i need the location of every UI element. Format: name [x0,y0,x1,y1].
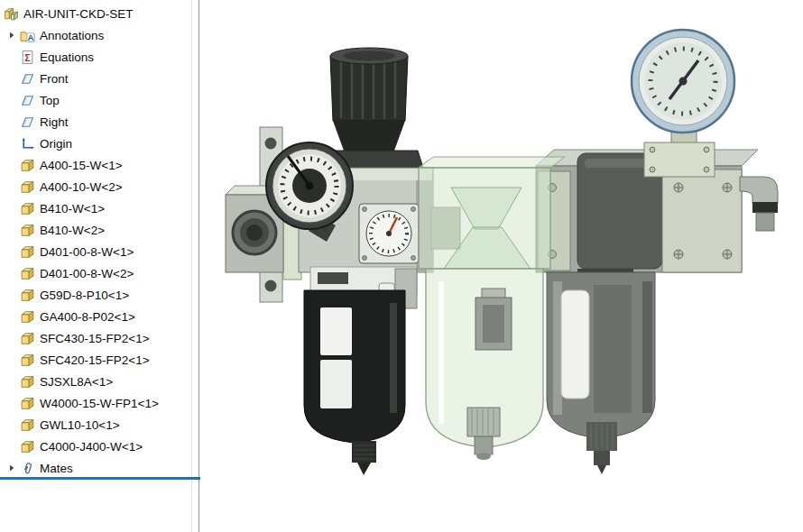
tree-item-label: C4000-J400-W<1> [40,440,143,454]
filter-bowl-gray[interactable] [547,272,655,474]
part-icon [20,244,35,260]
tree-item-label: A400-15-W<1> [40,159,123,172]
tree-item-right-plane[interactable]: Right [0,111,198,133]
part-icon [20,374,35,390]
feature-tree-panel: AIR-UNIT-CKD-SET Annotations Equations F… [0,0,199,532]
tree-item-label: GA400-8-P02<1> [40,310,135,324]
tree-item-label: Mates [40,462,73,475]
tree-item-sfc430-15-fp2[interactable]: SFC430-15-FP2<1> [0,327,198,349]
tree-item-label: Right [40,115,69,129]
filter-bowl-black[interactable] [304,290,405,475]
elbow-fitting[interactable] [740,177,778,231]
part-icon [20,179,35,195]
tree-item-label: SFC420-15-FP2<1> [40,353,150,367]
tree-item-top-plane[interactable]: Top [0,89,198,111]
tree-item-c4000-j400-w[interactable]: C4000-J400-W<1> [0,436,198,457]
tree-item-gwl10-10[interactable]: GWL10-10<1> [0,414,198,436]
tree-item-ga400-8-p02[interactable]: GA400-8-P02<1> [0,306,198,327]
model-lubricator-unit[interactable] [419,157,565,460]
tree-item-label: Annotations [40,29,104,42]
part-icon [20,201,35,216]
annotations-folder-icon [20,28,35,43]
tree-item-origin[interactable]: Origin [0,133,198,154]
tree-item-b410-w-1[interactable]: B410-W<1> [0,197,198,219]
tree-item-b410-w-2[interactable]: B410-W<2> [0,219,198,241]
tree-item-sfc420-15-fp2[interactable]: SFC420-15-FP2<1> [0,349,198,371]
tree-item-label: A400-10-W<2> [40,180,123,194]
origin-icon [20,136,35,151]
assembly-icon [4,6,19,22]
tree-item-label: B410-W<1> [40,202,105,216]
mates-paperclip-icon [20,461,35,476]
tree-item-label: AIR-UNIT-CKD-SET [23,7,134,21]
tree-item-label: SFC430-15-FP2<1> [40,332,150,345]
part-icon [20,331,35,346]
tree-item-equations[interactable]: Equations [0,46,198,68]
part-icon [20,266,35,281]
part-icon [20,417,35,433]
tree-item-label: Equations [40,50,94,64]
tree-item-label: D401-00-8-W<1> [40,245,134,259]
tree-item-d401-00-8-w-2[interactable]: D401-00-8-W<2> [0,262,198,284]
tree-item-label: B410-W<2> [40,224,105,237]
part-icon [20,396,35,411]
plane-icon [20,93,35,108]
tree-item-label: SJSXL8A<1> [40,375,113,389]
tree-item-label: GWL10-10<1> [40,418,120,432]
tree-item-label: Origin [40,137,72,151]
tree-item-label: W4000-15-W-FP1<1> [40,397,159,410]
expand-arrow-icon[interactable] [6,462,20,475]
part-icon [20,223,35,238]
panel-splitter[interactable] [0,477,200,480]
tree-item-w4000-15-w-fp1[interactable]: W4000-15-W-FP1<1> [0,392,198,414]
plane-icon [20,115,35,130]
tree-item-annotations[interactable]: Annotations [0,24,198,46]
part-icon [20,158,35,173]
front-dial[interactable] [359,204,419,263]
tree-item-label: D401-00-8-W<2> [40,267,134,280]
part-icon [20,288,35,303]
tree-item-mates[interactable]: Mates [0,457,198,479]
part-icon [20,439,35,454]
part-icon [20,309,35,325]
model-filter-unit-right[interactable] [536,30,778,474]
tree-item-label: Top [40,94,60,107]
plane-icon [20,71,35,87]
tree-item-root-assembly[interactable]: AIR-UNIT-CKD-SET [0,3,198,24]
expand-arrow-icon[interactable] [6,29,20,42]
tree-item-front-plane[interactable]: Front [0,68,198,89]
part-icon [20,353,35,368]
viewport-3d[interactable] [200,0,803,532]
pressure-gauge-large[interactable] [632,30,734,133]
tree-item-label: Front [40,72,69,86]
tree-item-a400-15-w[interactable]: A400-15-W<1> [0,154,198,176]
tree-item-label: G59D-8-P10<1> [40,289,129,302]
equations-icon [20,50,35,65]
tree-item-sjsxl8a[interactable]: SJSXL8A<1> [0,371,198,392]
transparent-bowl[interactable] [426,269,543,460]
tree-item-d401-00-8-w-1[interactable]: D401-00-8-W<1> [0,241,198,262]
tree-item-g59d-8-p10[interactable]: G59D-8-P10<1> [0,284,198,306]
tree-item-a400-10-w[interactable]: A400-10-W<2> [0,176,198,197]
